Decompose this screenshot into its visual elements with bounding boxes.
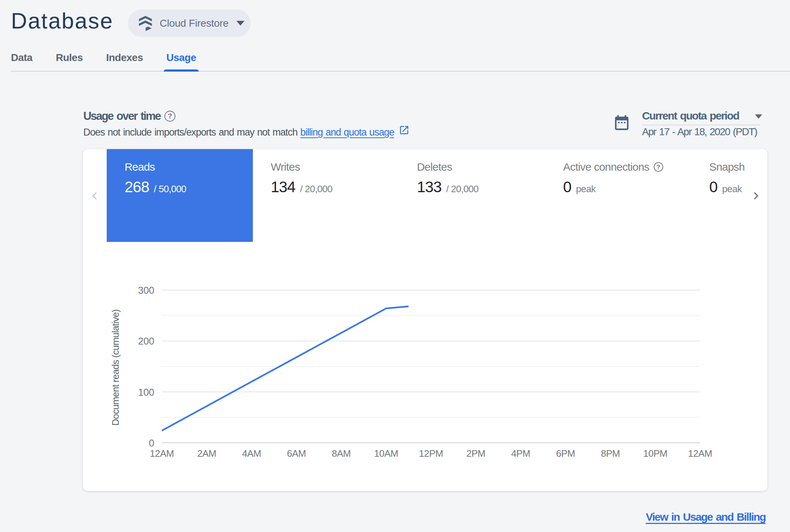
- help-icon[interactable]: ?: [164, 111, 175, 122]
- y-tick-label: 300: [138, 285, 154, 296]
- product-selector[interactable]: Cloud Firestore: [128, 10, 251, 37]
- x-tick-label: 12AM: [150, 448, 174, 459]
- x-tick-label: 4PM: [511, 448, 530, 459]
- metric-tab-snapshot-listeners[interactable]: Snapshot listeners 0 peak: [691, 149, 744, 242]
- dropdown-caret-icon: [236, 21, 244, 26]
- quota-underline: [642, 125, 760, 125]
- quota-period-select[interactable]: Current quota period: [642, 110, 739, 121]
- usage-subtitle-text: Does not include imports/exports and may…: [83, 126, 297, 138]
- metric-quota: peak: [576, 184, 596, 194]
- open-in-new-icon: [399, 125, 410, 138]
- tab-bar: Data Rules Indexes Usage: [11, 48, 790, 72]
- tab-usage[interactable]: Usage: [166, 48, 196, 71]
- tab-rules[interactable]: Rules: [56, 48, 83, 71]
- x-tick-label: 4AM: [242, 448, 261, 459]
- usage-subtitle: Does not include imports/exports and may…: [83, 125, 410, 138]
- firestore-icon: [138, 16, 152, 31]
- metric-value: 268: [125, 179, 149, 195]
- metric-value: 134: [271, 179, 295, 195]
- help-icon[interactable]: ?: [654, 162, 663, 172]
- metric-value: 0: [709, 179, 717, 195]
- usage-over-time-heading: Usage over time ?: [83, 110, 175, 122]
- metric-label: Writes: [271, 162, 300, 172]
- quota-date-range: Apr 17 - Apr 18, 2020 (PDT): [642, 126, 757, 138]
- metric-tab-reads[interactable]: Reads 268 / 50,000: [107, 149, 253, 242]
- y-tick-label: 100: [138, 387, 154, 398]
- chevron-left-icon: [87, 189, 102, 203]
- metric-tab-active-connections[interactable]: Active connections ? 0 peak: [545, 149, 691, 242]
- metric-label: Snapshot listeners: [709, 162, 744, 172]
- metric-quota: / 20,000: [300, 184, 332, 194]
- x-tick-label: 6AM: [287, 448, 306, 459]
- page-title: Database: [11, 10, 113, 32]
- metric-label: Deletes: [417, 162, 452, 172]
- tab-data[interactable]: Data: [11, 48, 33, 71]
- metric-quota: / 50,000: [154, 184, 186, 194]
- x-tick-label: 12PM: [419, 448, 443, 459]
- metrics-prev-button[interactable]: [87, 189, 102, 203]
- metric-tab-deletes[interactable]: Deletes 133 / 20,000: [399, 149, 545, 242]
- tab-indexes[interactable]: Indexes: [106, 48, 143, 71]
- usage-over-time-title: Usage over time: [83, 110, 160, 122]
- metric-quota: peak: [722, 184, 742, 194]
- x-tick-label: 8PM: [601, 448, 620, 459]
- metric-label: Active connections: [563, 162, 649, 172]
- billing-quota-usage-link[interactable]: billing and quota usage: [300, 126, 394, 138]
- metric-label: Reads: [125, 162, 155, 172]
- metric-value: 133: [417, 179, 441, 195]
- metric-quota: / 20,000: [446, 184, 478, 194]
- x-tick-label: 2AM: [197, 448, 216, 459]
- firestore-usage-page: Database Cloud Firestore Data Rules Inde…: [0, 0, 790, 532]
- x-tick-label: 12AM: [688, 448, 712, 459]
- metrics-strip: Reads 268 / 50,000 Writes 134 / 20,000 D…: [107, 149, 744, 242]
- product-selector-label: Cloud Firestore: [160, 18, 228, 28]
- x-tick-label: 6PM: [556, 448, 575, 459]
- view-usage-billing-link[interactable]: View in Usage and Billing: [646, 510, 766, 524]
- reads-line-series: [162, 307, 409, 431]
- y-tick-label: 200: [138, 336, 154, 347]
- x-tick-label: 10PM: [643, 448, 667, 459]
- y-tick-label: 0: [149, 438, 154, 449]
- x-tick-label: 8AM: [332, 448, 351, 459]
- usage-card: Reads 268 / 50,000 Writes 134 / 20,000 D…: [83, 149, 767, 491]
- chevron-right-icon: [749, 189, 763, 203]
- metric-value: 0: [563, 179, 571, 195]
- quota-caret-icon[interactable]: [755, 114, 762, 119]
- x-tick-label: 2PM: [466, 448, 485, 459]
- metrics-next-button[interactable]: [749, 189, 763, 203]
- calendar-icon: [613, 114, 631, 133]
- metric-tab-writes[interactable]: Writes 134 / 20,000: [253, 149, 399, 242]
- quota-period-value: Current quota period: [642, 110, 739, 121]
- y-axis-title: Document reads (cumulative): [110, 309, 121, 426]
- x-tick-label: 10AM: [374, 448, 398, 459]
